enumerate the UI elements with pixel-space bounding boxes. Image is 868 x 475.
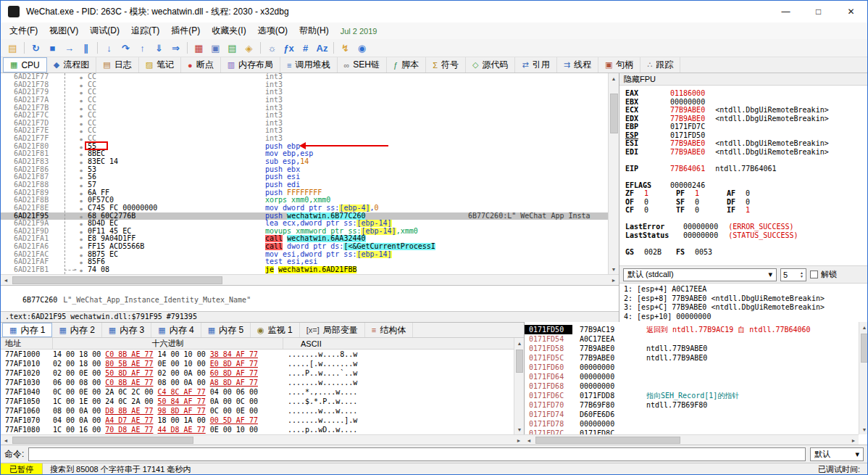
tab-threads[interactable]: ⇉线程 bbox=[557, 57, 598, 73]
help-icon[interactable]: ◉ bbox=[354, 41, 370, 56]
tab-notes[interactable]: ▨笔记 bbox=[139, 57, 181, 73]
stack-row[interactable]: 0171FD7800000000 bbox=[525, 419, 868, 429]
register-row[interactable]: EAX01186000 bbox=[625, 89, 868, 98]
breakpoint-dot-icon[interactable]: ● bbox=[75, 243, 88, 251]
dump-vscroll-thumb[interactable] bbox=[516, 350, 523, 373]
disasm-row[interactable]: 6AD21F77●CCint3 bbox=[1, 73, 608, 81]
stack-row[interactable]: 0171FD74D60FE6D6 bbox=[525, 410, 868, 419]
stack-horizontal-scrollbar[interactable]: ◄ ► bbox=[524, 434, 859, 445]
breakpoint-dot-icon[interactable]: ● bbox=[75, 173, 88, 181]
register-row[interactable]: ECX77B9ABE0<ntdll.DbgUiRemoteBreakin> bbox=[625, 106, 868, 115]
dump-horizontal-scrollbar[interactable]: ◄ ► bbox=[1, 434, 524, 445]
disasm-row[interactable]: 6AD21FAC●8B75 ECmov esi,dword ptr ss:[eb… bbox=[1, 251, 608, 259]
command-script-select[interactable]: 默认 ▾ bbox=[810, 447, 864, 461]
close-icon[interactable]: ✕ bbox=[835, 1, 867, 22]
register-row[interactable]: EDX77B9ABE0<ntdll.DbgUiRemoteBreakin> bbox=[625, 115, 868, 123]
attach-icon[interactable]: ↯ bbox=[337, 41, 354, 56]
scroll-left-icon[interactable]: ◄ bbox=[1, 275, 11, 285]
spinner-down-icon[interactable]: ▼ bbox=[800, 275, 804, 278]
command-input[interactable] bbox=[28, 447, 806, 461]
tab-dump-5[interactable]: ▦内存 5 bbox=[201, 323, 251, 337]
register-row[interactable]: ESP0171FD50 bbox=[625, 131, 868, 140]
stack-row[interactable]: 0171FD5077B9AC19返回到 ntdll.77B9AC19 自 ntd… bbox=[525, 325, 868, 334]
breakpoint-dot-icon[interactable]: ● bbox=[75, 228, 88, 236]
menu-item-5[interactable]: 收藏夹(I) bbox=[206, 23, 251, 38]
tab-dump-1[interactable]: ▦内存 1 bbox=[2, 323, 52, 337]
disasm-row[interactable]: 6AD21F88●57push edi bbox=[1, 181, 608, 189]
dump-row[interactable]: 77AF107004 00 0A 00A4 D7 AE 7718 00 1A 0… bbox=[1, 416, 514, 425]
scroll-up-icon[interactable]: ▲ bbox=[609, 73, 619, 83]
tab-dump-2[interactable]: ▦内存 2 bbox=[52, 323, 101, 337]
breakpoint-dot-icon[interactable]: ● bbox=[75, 104, 88, 112]
disasm-row[interactable]: 6AD21F8B●0F57C0xorps xmm0,xmm0 bbox=[1, 197, 608, 205]
stack-row[interactable]: 0171FD6800000000 bbox=[525, 381, 868, 391]
stack-hscroll-thumb[interactable] bbox=[535, 437, 680, 444]
checkbox-icon[interactable] bbox=[810, 270, 818, 278]
register-row[interactable]: EIP77B64061ntdll.77B64061 bbox=[625, 165, 868, 173]
disasm-row[interactable]: 6AD21FA6●FF15 ACD5566Bcall dword ptr ds:… bbox=[1, 243, 608, 251]
argument-row[interactable]: 3: [esp+C] 77B9ABE0 <ntdll.DbgUiRemoteBr… bbox=[624, 303, 868, 313]
argument-row[interactable]: 2: [esp+8] 77B9ABE0 <ntdll.DbgUiRemoteBr… bbox=[624, 294, 868, 304]
stack-row[interactable]: 0171FD7077B69F80ntdll.77B69F80 bbox=[525, 400, 868, 410]
register-row[interactable]: GS002BFS0053 bbox=[625, 248, 868, 257]
scroll-down-icon[interactable]: ▼ bbox=[859, 424, 868, 434]
settings-icon[interactable]: ☼ bbox=[264, 41, 280, 56]
scroll-right-icon[interactable]: ► bbox=[848, 435, 859, 445]
disasm-row[interactable]: 6AD21F83●83EC 14sub esp,14 bbox=[1, 158, 608, 166]
tab-cpu[interactable]: ▦CPU bbox=[3, 57, 47, 73]
disasm-vscroll-thumb[interactable] bbox=[610, 94, 618, 133]
tab-locals[interactable]: [x=]局部变量 bbox=[300, 323, 365, 337]
breakpoint-dot-icon[interactable]: ● bbox=[75, 189, 88, 197]
disasm-row[interactable]: 6AD21F9A●8D4D EClea ecx,dword ptr ss:[eb… bbox=[1, 220, 608, 228]
tab-script[interactable]: ƒ脚本 bbox=[387, 57, 426, 73]
breakpoint-dot-icon[interactable]: ● bbox=[75, 235, 88, 243]
stack-row[interactable]: 0171FD5C77B9ABE0ntdll.77B9ABE0 bbox=[525, 353, 868, 363]
stack-row[interactable]: 0171FD6000000000 bbox=[525, 363, 868, 372]
disasm-row[interactable]: 6AD21F7E●CCint3 bbox=[1, 127, 608, 135]
scroll-left-icon[interactable]: ◄ bbox=[524, 435, 534, 445]
register-row[interactable]: EBX00000000 bbox=[625, 98, 868, 107]
spinner-arrows[interactable]: ▲ ▼ bbox=[800, 271, 804, 278]
menu-item-6[interactable]: 选项(O) bbox=[252, 23, 293, 38]
tab-breakpoints[interactable]: ●断点 bbox=[181, 57, 221, 73]
scroll-down-icon[interactable]: ▼ bbox=[609, 264, 619, 274]
scroll-right-icon[interactable]: ► bbox=[514, 435, 524, 445]
breakpoint-dot-icon[interactable]: ● bbox=[75, 197, 88, 205]
stack-row[interactable]: 0171FD54A0C17EEA bbox=[525, 334, 868, 344]
disasm-row[interactable]: 6AD21F87●56push esi bbox=[1, 173, 608, 181]
register-row[interactable]: CF0TF0IF1 bbox=[625, 206, 868, 215]
open-file-icon[interactable]: ▤ bbox=[4, 41, 21, 56]
dump-view[interactable]: 地址 十六进制 ASCII 77AF100014 00 18 00C0 8B A… bbox=[1, 338, 514, 434]
disasm-row[interactable]: 6AD21F81●8BECmov ebp,esp bbox=[1, 150, 608, 158]
tab-source[interactable]: ◇源代码 bbox=[466, 57, 515, 73]
pause-icon[interactable]: ∥ bbox=[78, 41, 94, 56]
argument-row[interactable]: 4: [esp+10] 00000000 bbox=[624, 313, 868, 322]
unlock-checkbox[interactable]: 解锁 bbox=[810, 269, 837, 280]
tab-memory-map[interactable]: ▥内存布局 bbox=[221, 57, 280, 73]
tab-call-stack[interactable]: ≡调用堆栈 bbox=[280, 57, 337, 73]
stack-vertical-scrollbar[interactable]: ▲ ▼ bbox=[859, 322, 868, 434]
breakpoint-dot-icon[interactable]: ● bbox=[75, 150, 88, 158]
register-row[interactable]: EBP0171FD7C bbox=[625, 123, 868, 131]
register-row[interactable]: ZF1PF1AF0 bbox=[625, 189, 868, 198]
breakpoint-dot-icon[interactable]: ● bbox=[75, 166, 88, 174]
breakpoints-icon[interactable]: ◈ bbox=[241, 41, 257, 56]
font-icon[interactable]: Az bbox=[314, 41, 330, 56]
dump-row[interactable]: 77AF103006 00 08 00C0 8B AE 7708 00 0A 0… bbox=[1, 378, 514, 387]
breakpoint-dot-icon[interactable]: ● bbox=[75, 112, 88, 120]
hash-icon[interactable]: # bbox=[297, 41, 314, 56]
log-icon[interactable]: ▣ bbox=[207, 41, 224, 56]
dump-row[interactable]: 77AF102002 00 0E 0050 8D AF 7702 00 0A 0… bbox=[1, 368, 514, 378]
tab-watch-1[interactable]: ◉监视 1 bbox=[251, 323, 300, 337]
breakpoint-dot-icon[interactable]: ● bbox=[75, 158, 88, 166]
tab-struct[interactable]: ≡结构体 bbox=[365, 323, 413, 337]
disasm-row[interactable]: 6AD21F9D●0F11 45 ECmovups xmmword ptr ss… bbox=[1, 228, 608, 236]
breakpoint-dot-icon[interactable]: ● bbox=[75, 220, 88, 228]
register-row[interactable]: OF0SF0DF0 bbox=[625, 198, 868, 207]
scroll-right-icon[interactable]: ► bbox=[609, 275, 619, 285]
notes-icon[interactable]: ▤ bbox=[224, 41, 241, 56]
step-over-icon[interactable]: ↷ bbox=[117, 41, 134, 56]
scroll-up-icon[interactable]: ▲ bbox=[859, 322, 868, 332]
scroll-down-icon[interactable]: ▼ bbox=[514, 424, 525, 434]
tab-graph[interactable]: ◆流程图 bbox=[47, 57, 96, 73]
